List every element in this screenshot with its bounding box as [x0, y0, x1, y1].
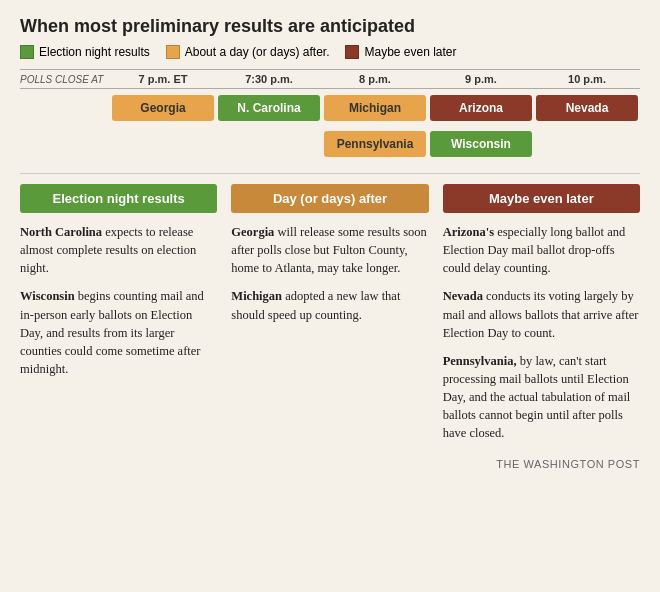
card-state-name: Arizona's: [443, 225, 494, 239]
legend-swatch: [166, 45, 180, 59]
legend-label: About a day (or days) after.: [185, 45, 330, 59]
card-paragraph: Nevada conducts its voting largely by ma…: [443, 287, 640, 341]
card: Maybe even laterArizona's especially lon…: [443, 184, 640, 452]
time-slot-label: 7:30 p.m.: [216, 73, 322, 85]
card-paragraph: Georgia will release some results soon a…: [231, 223, 428, 277]
card-paragraph: Michigan adopted a new law that should s…: [231, 287, 428, 323]
card-body: Arizona's especially long ballot and Ele…: [443, 223, 640, 442]
timeline-header: POLLS CLOSE AT 7 p.m. ET7:30 p.m.8 p.m.9…: [20, 69, 640, 89]
attribution: THE WASHINGTON POST: [20, 458, 640, 470]
legend-swatch: [345, 45, 359, 59]
legend-item: Election night results: [20, 45, 150, 59]
time-slot-label: 7 p.m. ET: [110, 73, 216, 85]
timeline-row: GeorgiaN. CarolinaMichiganArizonaNevada: [110, 95, 640, 123]
card-header: Election night results: [20, 184, 217, 213]
legend-item: About a day (or days) after.: [166, 45, 330, 59]
time-slot-label: 8 p.m.: [322, 73, 428, 85]
card-state-name: Nevada: [443, 289, 483, 303]
state-bar: Georgia: [112, 95, 214, 121]
card: Day (or days) afterGeorgia will release …: [231, 184, 428, 452]
card-paragraph: Wisconsin begins counting mail and in-pe…: [20, 287, 217, 378]
card-state-name: Michigan: [231, 289, 282, 303]
timeline-section: POLLS CLOSE AT 7 p.m. ET7:30 p.m.8 p.m.9…: [20, 69, 640, 159]
card-state-name: Pennsylvania,: [443, 354, 517, 368]
state-bar: Michigan: [324, 95, 426, 121]
legend-item: Maybe even later: [345, 45, 456, 59]
page-title: When most preliminary results are antici…: [20, 16, 640, 37]
legend-label: Election night results: [39, 45, 150, 59]
state-bar: Wisconsin: [430, 131, 532, 157]
state-bar: Nevada: [536, 95, 638, 121]
card-header: Maybe even later: [443, 184, 640, 213]
card-state-name: Georgia: [231, 225, 274, 239]
card-header: Day (or days) after: [231, 184, 428, 213]
card-state-name: North Carolina: [20, 225, 102, 239]
time-slot-label: 10 p.m.: [534, 73, 640, 85]
state-bar: Arizona: [430, 95, 532, 121]
section-divider: [20, 173, 640, 174]
timeline-row: PennsylvaniaWisconsin: [110, 131, 640, 159]
legend-swatch: [20, 45, 34, 59]
card: Election night resultsNorth Carolina exp…: [20, 184, 217, 452]
card-paragraph: Arizona's especially long ballot and Ele…: [443, 223, 640, 277]
card-state-name: Wisconsin: [20, 289, 75, 303]
card-body: Georgia will release some results soon a…: [231, 223, 428, 324]
time-slot-label: 9 p.m.: [428, 73, 534, 85]
card-body: North Carolina expects to release almost…: [20, 223, 217, 378]
legend-label: Maybe even later: [364, 45, 456, 59]
cards-section: Election night resultsNorth Carolina exp…: [20, 184, 640, 452]
polls-close-label: POLLS CLOSE AT: [20, 74, 110, 85]
timeline-rows: GeorgiaN. CarolinaMichiganArizonaNevadaP…: [20, 95, 640, 159]
state-bar: Pennsylvania: [324, 131, 426, 157]
card-paragraph: North Carolina expects to release almost…: [20, 223, 217, 277]
time-slots: 7 p.m. ET7:30 p.m.8 p.m.9 p.m.10 p.m.: [110, 73, 640, 85]
card-paragraph: Pennsylvania, by law, can't start proces…: [443, 352, 640, 443]
legend: Election night results About a day (or d…: [20, 45, 640, 59]
state-bar: N. Carolina: [218, 95, 320, 121]
